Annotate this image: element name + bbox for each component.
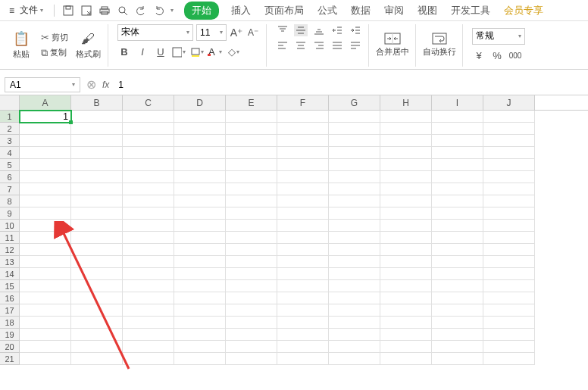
cell[interactable]: [20, 256, 71, 268]
cell[interactable]: [20, 135, 71, 147]
row-header[interactable]: 20: [0, 341, 20, 353]
cell[interactable]: [20, 220, 71, 232]
cell[interactable]: [329, 256, 380, 268]
cell[interactable]: [277, 183, 329, 195]
cell[interactable]: [483, 183, 535, 195]
cell[interactable]: [277, 171, 329, 183]
cell[interactable]: [71, 341, 123, 353]
font-color-button[interactable]: A▾: [208, 45, 222, 59]
cell[interactable]: [432, 171, 483, 183]
cell[interactable]: [329, 341, 380, 353]
tab-start[interactable]: 开始: [184, 2, 219, 20]
column-header[interactable]: A: [20, 95, 71, 110]
row-header[interactable]: 3: [0, 135, 20, 147]
number-format-select[interactable]: 常规▾: [472, 28, 525, 45]
cell[interactable]: [226, 329, 277, 341]
distribute-icon[interactable]: [349, 39, 362, 51]
cell[interactable]: 1: [20, 111, 71, 123]
align-middle-icon[interactable]: [294, 24, 308, 36]
cell[interactable]: [277, 317, 329, 329]
cell[interactable]: [20, 159, 71, 171]
cell[interactable]: [277, 341, 329, 353]
cell[interactable]: [329, 183, 380, 195]
cell[interactable]: [432, 244, 483, 256]
cell[interactable]: [71, 135, 123, 147]
align-right-icon[interactable]: [312, 39, 326, 51]
cell[interactable]: [432, 353, 483, 365]
align-left-icon[interactable]: [276, 39, 289, 51]
cell[interactable]: [174, 268, 226, 280]
cell[interactable]: [380, 304, 432, 317]
cell[interactable]: [174, 232, 226, 244]
font-name-select[interactable]: 宋体▾: [117, 24, 193, 41]
cell[interactable]: [226, 159, 277, 171]
cell[interactable]: [329, 207, 380, 220]
print-preview-icon[interactable]: [115, 3, 130, 18]
cell[interactable]: [483, 268, 535, 280]
cell[interactable]: [20, 171, 71, 183]
cell[interactable]: [277, 292, 329, 304]
cell[interactable]: [380, 220, 432, 232]
cell[interactable]: [380, 183, 432, 195]
cell[interactable]: [174, 304, 226, 317]
row-header[interactable]: 2: [0, 123, 20, 135]
cell[interactable]: [226, 135, 277, 147]
row-header[interactable]: 14: [0, 268, 20, 280]
increase-indent-icon[interactable]: [349, 24, 362, 36]
cell[interactable]: [432, 280, 483, 292]
cell[interactable]: [174, 220, 226, 232]
tab-view[interactable]: 视图: [416, 1, 439, 20]
row-header[interactable]: 21: [0, 353, 20, 365]
cell[interactable]: [174, 353, 226, 365]
cell[interactable]: [71, 111, 123, 123]
cell[interactable]: [123, 329, 174, 341]
cell[interactable]: [483, 135, 535, 147]
wrap-text-button[interactable]: 自动换行: [422, 24, 463, 67]
cell[interactable]: [226, 256, 277, 268]
cell[interactable]: [277, 159, 329, 171]
tab-dev-tools[interactable]: 开发工具: [449, 1, 492, 20]
cell[interactable]: [20, 304, 71, 317]
cell[interactable]: [123, 256, 174, 268]
column-header[interactable]: G: [329, 95, 380, 110]
cell[interactable]: [329, 147, 380, 159]
cell[interactable]: [71, 329, 123, 341]
cell[interactable]: [380, 353, 432, 365]
cell[interactable]: [20, 147, 71, 159]
cell[interactable]: [226, 111, 277, 123]
cell[interactable]: [432, 183, 483, 195]
cell[interactable]: [123, 171, 174, 183]
cell[interactable]: [483, 244, 535, 256]
cell[interactable]: [329, 353, 380, 365]
cell[interactable]: [432, 317, 483, 329]
cell[interactable]: [277, 232, 329, 244]
cell[interactable]: [329, 292, 380, 304]
cell[interactable]: [329, 280, 380, 292]
cell[interactable]: [226, 147, 277, 159]
cell[interactable]: [123, 207, 174, 220]
row-header[interactable]: 10: [0, 220, 20, 232]
cell[interactable]: [226, 207, 277, 220]
cell[interactable]: [174, 292, 226, 304]
cell[interactable]: [277, 280, 329, 292]
cell[interactable]: [277, 353, 329, 365]
row-header[interactable]: 9: [0, 207, 20, 220]
cell[interactable]: [483, 147, 535, 159]
cell[interactable]: [432, 304, 483, 317]
cell[interactable]: [277, 220, 329, 232]
cell[interactable]: [123, 353, 174, 365]
cell[interactable]: [226, 304, 277, 317]
cell[interactable]: [329, 268, 380, 280]
cell[interactable]: [329, 244, 380, 256]
align-center-icon[interactable]: [294, 39, 308, 51]
cell[interactable]: [380, 111, 432, 123]
cell[interactable]: [123, 123, 174, 135]
cell[interactable]: [174, 256, 226, 268]
cell[interactable]: [277, 195, 329, 207]
cell[interactable]: [483, 171, 535, 183]
font-size-select[interactable]: 11▾: [196, 24, 227, 41]
cut-button[interactable]: ✂剪切: [39, 31, 70, 44]
cell[interactable]: [123, 195, 174, 207]
cell[interactable]: [20, 123, 71, 135]
row-header[interactable]: 15: [0, 280, 20, 292]
